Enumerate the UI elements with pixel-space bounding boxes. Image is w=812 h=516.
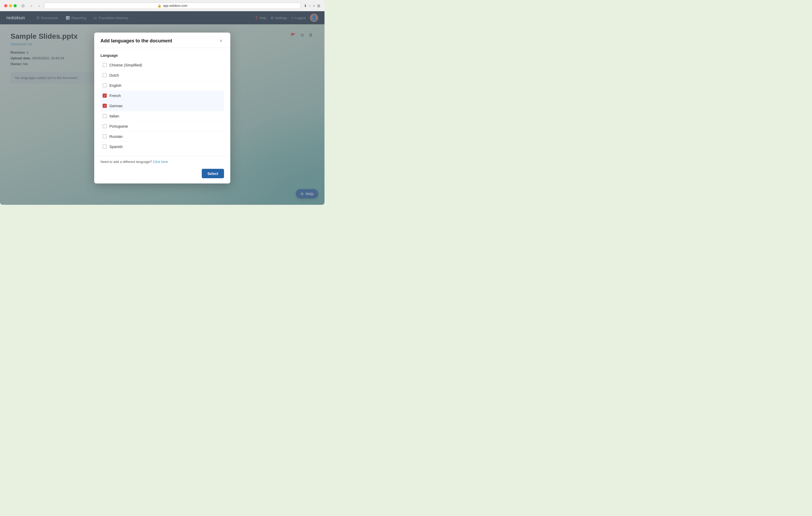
lang-label-spanish: Spanish — [109, 145, 123, 149]
lang-label-english: English — [109, 84, 121, 88]
language-list: Chinese (Simplified)DutchEnglishFrenchGe… — [100, 60, 224, 152]
forward-button[interactable]: › — [37, 3, 41, 8]
modal-footer-actions: Select — [94, 166, 230, 184]
modal-title: Add languages to the document — [100, 38, 172, 43]
share-icon[interactable]: ↑ — [309, 4, 311, 8]
lang-checkbox-english[interactable] — [103, 84, 107, 88]
download-icon[interactable]: ⬇ — [304, 4, 307, 8]
lang-item-russian[interactable]: Russian — [100, 131, 224, 142]
browser-actions: ⬇ ↑ + ⊞ — [304, 4, 320, 8]
lang-checkbox-italian[interactable] — [103, 114, 107, 118]
sidebar-toggle-button[interactable]: ⊡ — [20, 3, 26, 8]
lang-label-chinese_simplified: Chinese (Simplified) — [109, 63, 142, 67]
lang-item-french[interactable]: French — [100, 91, 224, 101]
lang-item-dutch[interactable]: Dutch — [100, 70, 224, 81]
lang-label-portuguese: Portuguese — [109, 124, 128, 128]
footer-click-here-link[interactable]: Click here — [153, 160, 168, 164]
lang-label-italian: Italian — [109, 114, 119, 118]
back-button[interactable]: ‹ — [29, 3, 34, 8]
lang-checkbox-dutch[interactable] — [103, 73, 107, 78]
modal-header: Add languages to the document × — [94, 33, 230, 48]
lang-checkbox-portuguese[interactable] — [103, 124, 107, 128]
lang-checkbox-russian[interactable] — [103, 134, 107, 139]
lang-checkbox-german[interactable] — [103, 104, 107, 108]
modal-footer-note: Need to add a different language? Click … — [94, 156, 230, 166]
lang-item-spanish[interactable]: Spanish — [100, 142, 224, 152]
lang-label-french: French — [109, 94, 121, 98]
lang-label-russian: Russian — [109, 134, 123, 139]
language-column-header: Language — [100, 52, 224, 60]
lang-item-portuguese[interactable]: Portuguese — [100, 121, 224, 131]
url-text: app.redokun.com — [163, 4, 187, 8]
lang-checkbox-chinese_simplified[interactable] — [103, 63, 107, 67]
traffic-lights — [4, 4, 17, 7]
lang-item-english[interactable]: English — [100, 81, 224, 91]
new-tab-icon[interactable]: + — [313, 4, 315, 8]
lang-label-dutch: Dutch — [109, 73, 119, 78]
lang-checkbox-spanish[interactable] — [103, 145, 107, 149]
close-traffic-light[interactable] — [4, 4, 7, 7]
lang-item-german[interactable]: German — [100, 101, 224, 111]
grid-icon[interactable]: ⊞ — [317, 4, 320, 8]
footer-note-text: Need to add a different language? — [100, 160, 152, 164]
lang-label-german: German — [109, 104, 123, 108]
maximize-traffic-light[interactable] — [13, 4, 17, 7]
lang-item-italian[interactable]: Italian — [100, 111, 224, 121]
minimize-traffic-light[interactable] — [9, 4, 12, 7]
select-button[interactable]: Select — [202, 169, 224, 178]
modal-body: Language Chinese (Simplified)DutchEnglis… — [94, 48, 230, 156]
address-bar[interactable]: 🔒 app.redokun.com — [44, 3, 300, 9]
lang-checkbox-french[interactable] — [103, 94, 107, 98]
lock-icon: 🔒 — [157, 4, 162, 8]
lang-item-chinese_simplified[interactable]: Chinese (Simplified) — [100, 60, 224, 70]
add-languages-modal: Add languages to the document × Language… — [94, 33, 230, 184]
modal-close-button[interactable]: × — [218, 38, 224, 44]
